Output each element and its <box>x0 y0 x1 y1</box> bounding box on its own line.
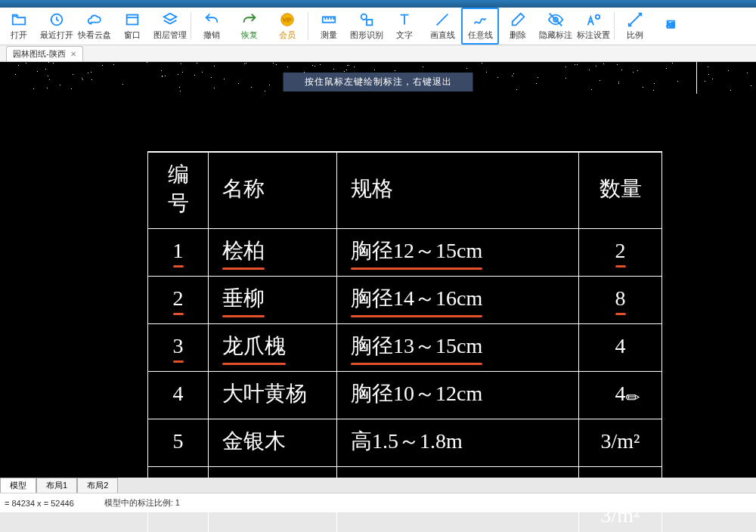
shapes-icon <box>358 11 375 28</box>
cell-id: 2 <box>148 277 209 324</box>
toolbar-label: 画直线 <box>430 29 455 41</box>
table-row: 5金银木高1.5～1.8m3/m² <box>148 419 662 467</box>
undo-button[interactable]: 撤销 <box>193 8 231 45</box>
status-ratio: 模型中的标注比例: 1 <box>104 497 180 509</box>
table-row: 2垂柳胸径14～16cm8 <box>148 277 662 324</box>
layout-tab[interactable]: 布局1 <box>36 478 77 493</box>
cell-id: 3 <box>148 324 209 372</box>
toolbar-label: 最近打开 <box>40 29 73 41</box>
cell-spec: 胸径12～15cm <box>337 229 579 277</box>
toolbar-label: 比例 <box>627 29 643 41</box>
folder-open-icon <box>11 11 27 28</box>
cell-id: 4 <box>148 372 209 419</box>
toolbar-separator <box>614 12 615 40</box>
svg-rect-1 <box>127 15 138 25</box>
ruler-icon <box>321 11 337 28</box>
toolbar-label: 图层管理 <box>153 29 187 41</box>
status-bar: = 84234 x = 52446 模型中的标注比例: 1 <box>0 493 756 512</box>
eye-off-icon <box>547 11 564 28</box>
redo-button[interactable]: 恢复 <box>231 8 268 45</box>
toolbar-label: 删除 <box>510 29 526 41</box>
cell-spec: 高1.5～1.8m <box>337 419 579 467</box>
line-button[interactable]: 画直线 <box>423 8 461 45</box>
toolbar-label: 窗口 <box>124 29 141 41</box>
toolbar-label: 测量 <box>321 29 337 41</box>
cell-id: 5 <box>148 419 209 467</box>
cell-spec: 胸径13～15cm <box>337 324 579 372</box>
cloud-button[interactable]: 快看云盘 <box>76 8 113 45</box>
close-icon[interactable]: ✕ <box>70 50 76 58</box>
svg-rect-6 <box>367 20 372 25</box>
crosshair-vertical <box>696 62 697 94</box>
toolbar-label: 标注设置 <box>577 29 610 41</box>
anno-set-button[interactable]: 标注设置 <box>575 8 612 45</box>
vip-icon: VIP <box>279 11 296 28</box>
cell-qty: 4 <box>579 372 662 419</box>
toolbar-label: 撤销 <box>203 29 220 41</box>
toolbar-label: 打开 <box>11 29 27 41</box>
cell-name: 大叶黄杨 <box>209 372 337 419</box>
recognize-button[interactable]: 图形识别 <box>348 8 386 45</box>
zoom-icon: A:B <box>665 18 681 35</box>
measure-button[interactable]: 测量 <box>310 8 348 45</box>
cell-qty: 8 <box>579 277 662 324</box>
document-tabs: 园林图纸-陕西 ✕ <box>0 45 756 62</box>
plant-schedule-table: 编号名称规格数量1桧柏胸径12～15cm22垂柳胸径14～16cm83龙爪槐胸径… <box>147 151 662 532</box>
eraser-icon <box>510 11 526 28</box>
anno-set-icon <box>585 11 602 28</box>
text-icon <box>396 11 413 28</box>
toolbar-label: 文字 <box>396 29 413 41</box>
toolbar-separator <box>191 12 191 40</box>
table-row: 3龙爪槐胸径13～15cm4 <box>148 324 662 372</box>
redo-icon <box>241 11 258 28</box>
table-row: 4大叶黄杨胸径10～12cm4 <box>148 372 662 419</box>
svg-text:VIP: VIP <box>283 17 292 23</box>
toolbar-label: 任意线 <box>468 29 493 41</box>
table-header-spec: 规格 <box>337 152 579 229</box>
scale-icon <box>627 11 643 28</box>
svg-point-8 <box>596 15 600 19</box>
cell-name: 龙爪槐 <box>209 324 337 372</box>
scale-button[interactable]: 比例 <box>616 8 654 45</box>
delete-button[interactable]: 删除 <box>499 8 537 45</box>
table-header-name: 名称 <box>209 152 337 229</box>
document-tab[interactable]: 园林图纸-陕西 ✕ <box>6 46 83 61</box>
text-button[interactable]: 文字 <box>386 8 423 45</box>
recent-button[interactable]: 最近打开 <box>38 8 76 45</box>
layers-button[interactable]: 图层管理 <box>151 8 189 45</box>
main-toolbar: 打开最近打开快看云盘窗口图层管理撤销恢复VIP会员测量图形识别文字画直线任意线删… <box>0 8 756 45</box>
layout-tab[interactable]: 模型 <box>0 478 36 493</box>
cell-qty: 3/m² <box>579 419 662 467</box>
toolbar-label: 恢复 <box>241 29 258 41</box>
toolbar-separator <box>308 12 308 40</box>
svg-text:A:B: A:B <box>667 22 674 27</box>
open-button[interactable]: 打开 <box>0 8 38 45</box>
cell-name: 桧柏 <box>209 229 337 277</box>
svg-point-5 <box>361 14 367 20</box>
layout-tabs: 模型布局1布局2 <box>0 478 756 493</box>
line-icon <box>434 11 451 28</box>
table-header-qty: 数量 <box>579 152 662 229</box>
cloud-icon <box>86 11 103 28</box>
cell-qty: 2 <box>579 229 662 277</box>
cell-spec: 胸径14～16cm <box>337 277 579 324</box>
zoomfit-button[interactable]: A:B <box>654 8 692 45</box>
cell-qty: 4 <box>579 324 662 372</box>
undo-icon <box>203 11 220 28</box>
drawing-canvas[interactable]: 按住鼠标左键绘制标注，右键退出 编号名称规格数量1桧柏胸径12～15cm22垂柳… <box>0 62 756 512</box>
document-tab-title: 园林图纸-陕西 <box>13 48 66 60</box>
window-button[interactable]: 窗口 <box>113 8 151 45</box>
toolbar-label: 图形识别 <box>350 29 383 41</box>
hint-banner: 按住鼠标左键绘制标注，右键退出 <box>284 73 473 91</box>
freeline-button[interactable]: 任意线 <box>461 8 499 45</box>
cell-spec: 胸径10～12cm <box>337 372 579 419</box>
vip-button[interactable]: VIP会员 <box>268 8 306 45</box>
layout-tab[interactable]: 布局2 <box>77 478 118 493</box>
window-icon <box>124 11 141 28</box>
toolbar-label: 隐藏标注 <box>539 29 572 41</box>
toolbar-label: 快看云盘 <box>78 29 111 41</box>
table-row: 1桧柏胸径12～15cm2 <box>148 229 662 277</box>
cell-name: 金银木 <box>209 419 337 467</box>
freeline-icon <box>472 11 488 28</box>
hide-anno-button[interactable]: 隐藏标注 <box>537 8 575 45</box>
